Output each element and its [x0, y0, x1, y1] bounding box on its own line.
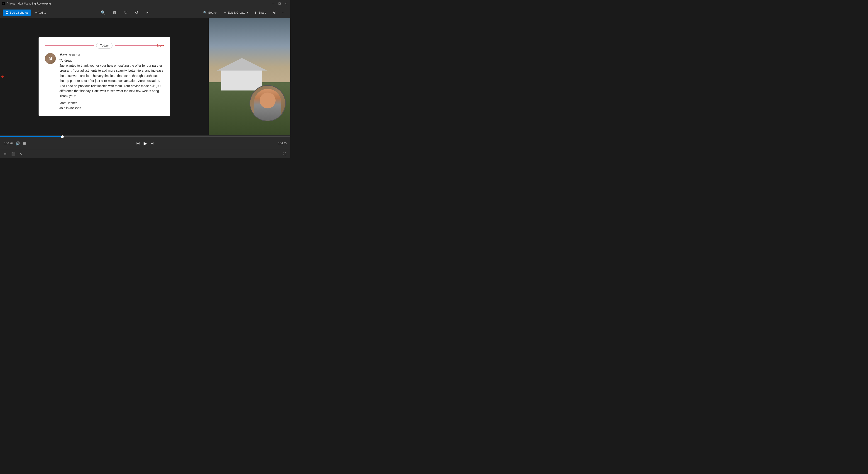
message-content: Matt 9:40 AM "Andrew, Just wanted to tha…	[59, 53, 164, 111]
delete-icon: 🗑	[113, 10, 117, 15]
print-icon: 🖨	[272, 10, 276, 15]
message-body: M Matt 9:40 AM "Andrew, Just wanted to t…	[45, 53, 164, 111]
signature-name: Matt Heffner	[59, 100, 164, 105]
progress-thumb[interactable]	[61, 135, 64, 138]
playback-controls: 0:00:26 🔊 ▦ ⏮ ▶ ⏭ 0:04:45	[0, 140, 290, 147]
see-all-label: See all photos	[10, 11, 28, 14]
close-button[interactable]: ✕	[283, 1, 288, 6]
share-button[interactable]: ⬆ Share	[252, 9, 269, 15]
today-badge: Today	[96, 43, 112, 49]
favorite-button[interactable]: ♡	[122, 9, 129, 16]
delete-button[interactable]: 🗑	[111, 9, 119, 16]
photo-viewer: Today New M Matt 9:40 AM "Andrew,	[0, 18, 209, 135]
search-button[interactable]: 🔍 Search	[201, 9, 220, 15]
share-label: Share	[258, 11, 266, 14]
bottom-bar-right: ⛶	[282, 152, 288, 157]
edit-icon: ✏	[224, 11, 226, 14]
play-pause-button[interactable]: ▶	[144, 140, 147, 146]
message-paragraph: Just wanted to thank you for your help o…	[59, 64, 163, 98]
playback-right: 0:04:45	[278, 142, 287, 145]
bottom-bar-left: ✏ ⬛ ⤡	[3, 152, 24, 157]
favorite-icon: ♡	[124, 10, 128, 15]
pen-button[interactable]: ✏	[3, 152, 8, 157]
new-label: New	[157, 43, 164, 48]
titlebar-left: 🖼 Photos - Matt-Marketing-Review.png	[2, 2, 51, 5]
signature-org: Join in Jackson	[59, 105, 164, 110]
print-button[interactable]: 🖨	[270, 9, 278, 16]
progress-section	[0, 135, 290, 137]
volume-button[interactable]: 🔊	[16, 141, 20, 146]
zoom-button[interactable]: 🔍	[99, 9, 107, 16]
bottom-bar: ✏ ⬛ ⤡ ⛶	[0, 150, 290, 158]
chevron-down-icon: ▾	[247, 11, 248, 14]
edit-create-label: Edit & Create	[228, 11, 245, 14]
message-timestamp: 9:40 AM	[69, 53, 80, 57]
expand-button[interactable]: ⤡	[19, 152, 24, 157]
background-scene	[209, 18, 290, 135]
today-divider: Today New	[45, 43, 164, 49]
rewind-button[interactable]: ⏮	[136, 141, 140, 146]
crop-icon: ✂	[146, 10, 149, 15]
zoom-icon: 🔍	[100, 10, 105, 15]
person-head	[260, 93, 276, 108]
avatar: M	[45, 53, 56, 64]
edit-create-button[interactable]: ✏ Edit & Create ▾	[222, 9, 250, 15]
message-signature: Matt Heffner Join in Jackson	[59, 100, 164, 111]
see-all-photos-button[interactable]: 🖼 See all photos	[3, 9, 31, 15]
share-icon: ⬆	[254, 11, 257, 14]
playback-left: 0:00:26 🔊 ▦	[4, 141, 26, 146]
total-time: 0:04:45	[278, 142, 287, 145]
avatar-image: M	[45, 53, 56, 64]
toolbar: 🖼 See all photos + Add to 🔍 🗑 ♡ ↺ ✂ 🔍 Se…	[0, 7, 290, 18]
fullscreen-button[interactable]: ⛶	[282, 152, 288, 157]
frame-button[interactable]: ⬛	[10, 152, 17, 157]
barn-body	[221, 70, 262, 91]
crop-button[interactable]: ✂	[144, 9, 151, 16]
toolbar-right: 🔍 Search ✏ Edit & Create ▾ ⬆ Share 🖨 ⋯	[201, 9, 288, 16]
progress-track[interactable]	[0, 136, 290, 137]
add-to-label: + Add to	[35, 11, 46, 14]
barn	[217, 59, 267, 91]
minimize-button[interactable]: —	[270, 1, 276, 6]
photos-icon: 🖼	[5, 11, 8, 14]
rotate-icon: ↺	[135, 10, 138, 15]
current-time: 0:00:26	[4, 142, 13, 145]
progress-fill	[0, 136, 64, 137]
more-icon: ⋯	[282, 10, 286, 15]
main-content: Today New M Matt 9:40 AM "Andrew,	[0, 18, 290, 135]
search-icon: 🔍	[203, 11, 207, 14]
titlebar-controls: — ☐ ✕	[270, 1, 288, 6]
message-card: Today New M Matt 9:40 AM "Andrew,	[38, 37, 170, 116]
fast-forward-button[interactable]: ⏭	[151, 141, 154, 146]
add-to-button[interactable]: + Add to	[33, 9, 48, 15]
message-header: Matt 9:40 AM	[59, 53, 164, 57]
captions-button[interactable]: ▦	[23, 141, 26, 146]
side-panel	[209, 18, 290, 135]
more-button[interactable]: ⋯	[280, 9, 288, 16]
search-label: Search	[208, 11, 218, 14]
message-opening: "Andrew,	[59, 59, 72, 62]
person-thumbnail	[249, 85, 286, 121]
titlebar: 🖼 Photos - Matt-Marketing-Review.png — ☐…	[0, 0, 290, 7]
message-text: "Andrew, Just wanted to thank you for yo…	[59, 58, 164, 99]
titlebar-title: Photos - Matt-Marketing-Review.png	[7, 2, 51, 5]
toolbar-left: 🖼 See all photos + Add to	[3, 9, 48, 15]
rotate-button[interactable]: ↺	[133, 9, 140, 16]
playback-bar: 0:00:26 🔊 ▦ ⏮ ▶ ⏭ 0:04:45	[0, 137, 290, 150]
toolbar-center: 🔍 🗑 ♡ ↺ ✂	[99, 9, 151, 16]
playback-center: ⏮ ▶ ⏭	[136, 140, 154, 146]
sender-name: Matt	[59, 53, 67, 57]
maximize-button[interactable]: ☐	[277, 1, 282, 6]
notification-dot	[1, 75, 4, 78]
barn-side-roof	[217, 58, 267, 70]
